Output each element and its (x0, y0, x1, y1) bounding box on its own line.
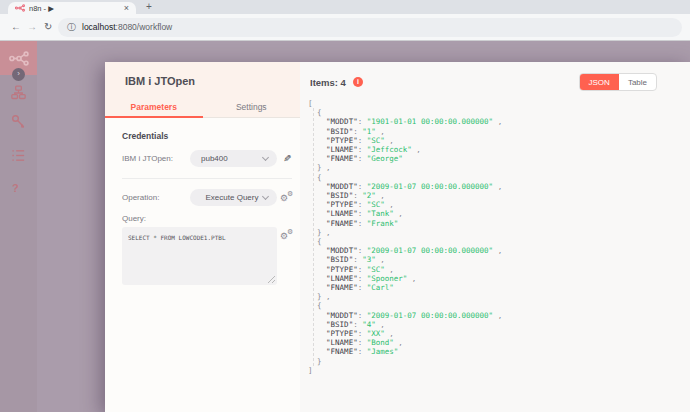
site-info-icon[interactable]: ⓘ (67, 21, 76, 34)
operation-row: Operation: Execute Query ⚙⚙ (122, 189, 294, 206)
gear-icon: ⚙ (287, 190, 293, 198)
credential-row: IBM i JTOpen: pub400 ✎ (122, 150, 294, 167)
browser-tabstrip: n8n - ▶ × + (0, 0, 690, 14)
node-detail-modal: IBM i JTOpen Parameters Settings Credent… (105, 62, 690, 412)
reload-icon[interactable]: ↻ (44, 20, 52, 33)
executions-list-icon[interactable] (11, 148, 26, 163)
operation-select[interactable]: Execute Query (190, 189, 277, 206)
workflows-icon[interactable] (11, 85, 26, 100)
gear-icon: ⚙ (287, 228, 293, 236)
section-divider (122, 178, 292, 179)
json-output-code[interactable]: [ { "MODDT": "1901-01-01 00:00:00.000000… (308, 99, 678, 375)
info-icon[interactable]: i (353, 77, 363, 87)
items-count: Items: 4 (310, 77, 346, 88)
node-panel-header: IBM i JTOpen Parameters Settings (105, 62, 300, 118)
query-options-button[interactable]: ⚙⚙ (280, 229, 294, 243)
help-icon[interactable]: ? (12, 182, 19, 194)
forward-icon[interactable]: → (27, 20, 37, 33)
url-text: localhost:8080/workflow (82, 22, 172, 32)
browser-tab[interactable]: n8n - ▶ × (8, 2, 136, 14)
address-bar[interactable]: ⓘ localhost:8080/workflow (58, 18, 682, 37)
operation-value: Execute Query (201, 193, 263, 202)
favicon-n8n-icon (15, 4, 25, 12)
chevron-down-icon (262, 153, 269, 160)
node-panel-body: Credentials IBM i JTOpen: pub400 ✎ Opera… (105, 118, 300, 285)
node-parameters-panel: IBM i JTOpen Parameters Settings Credent… (105, 62, 300, 412)
edit-credential-button[interactable]: ✎ (280, 153, 294, 164)
table-view-button[interactable]: Table (619, 74, 656, 90)
screen: n8n - ▶ × + ← → ↻ ⓘ localhost:8080/workf… (0, 0, 690, 412)
tab-close-icon[interactable]: × (124, 3, 129, 13)
output-view-toggle: JSON Table (579, 73, 657, 91)
query-label: Query: (122, 214, 294, 223)
credential-select[interactable]: pub400 (190, 150, 277, 167)
tab-title: n8n - ▶ (29, 4, 124, 13)
query-textarea[interactable]: SELECT * FROM LOWCODE1.PTBL (122, 227, 277, 285)
new-tab-button[interactable]: + (146, 1, 152, 12)
browser-toolbar: ← → ↻ ⓘ localhost:8080/workflow (0, 14, 690, 40)
sidebar-collapse-toggle[interactable]: › (12, 68, 25, 81)
node-title: IBM i JTOpen (105, 62, 300, 87)
operation-label: Operation: (122, 193, 190, 202)
json-view-button[interactable]: JSON (580, 74, 619, 90)
chevron-down-icon (262, 192, 269, 199)
node-output-panel: Items: 4 i JSON Table [ { "MODDT": "1901… (300, 62, 690, 412)
pencil-icon: ✎ (283, 153, 291, 164)
app-sidebar: › (0, 41, 37, 412)
back-icon[interactable]: ← (11, 20, 21, 33)
query-row: SELECT * FROM LOWCODE1.PTBL ⚙⚙ (122, 227, 294, 285)
node-panel-tabs: Parameters Settings (105, 97, 300, 118)
output-header: Items: 4 i JSON Table (308, 72, 678, 92)
resize-handle-icon[interactable] (268, 276, 275, 283)
credentials-key-icon[interactable] (11, 114, 26, 129)
tab-parameters[interactable]: Parameters (105, 97, 203, 118)
credentials-section-label: Credentials (122, 131, 294, 141)
credential-label: IBM i JTOpen: (122, 154, 190, 163)
tab-settings[interactable]: Settings (203, 97, 301, 117)
operation-options-button[interactable]: ⚙⚙ (280, 191, 294, 205)
credential-value: pub400 (201, 154, 263, 163)
